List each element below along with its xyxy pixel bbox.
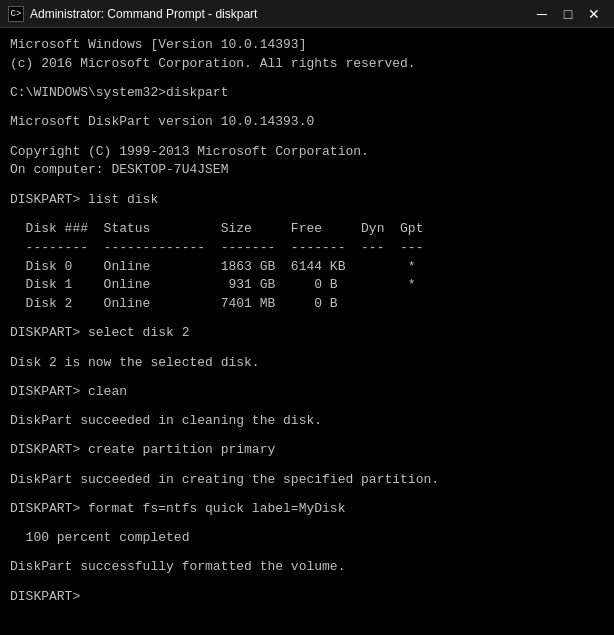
terminal-line (10, 373, 604, 383)
terminal-line: Microsoft Windows [Version 10.0.14393] (10, 36, 604, 55)
terminal-line: DiskPart succeeded in creating the speci… (10, 471, 604, 490)
terminal-line: DiskPart succeeded in cleaning the disk. (10, 412, 604, 431)
terminal-line (10, 460, 604, 470)
terminal-line: Disk 2 is now the selected disk. (10, 354, 604, 373)
terminal-line: DISKPART> (10, 588, 604, 607)
terminal-line: Microsoft DiskPart version 10.0.14393.0 (10, 113, 604, 132)
terminal-line (10, 489, 604, 499)
title-bar-left: C> Administrator: Command Prompt - diskp… (8, 6, 257, 22)
window-title: Administrator: Command Prompt - diskpart (30, 7, 257, 21)
terminal-line: On computer: DESKTOP-7U4JSEM (10, 161, 604, 180)
terminal-line (10, 548, 604, 558)
terminal-line: -------- ------------- ------- ------- -… (10, 239, 604, 258)
terminal-line: DISKPART> format fs=ntfs quick label=MyD… (10, 500, 604, 519)
terminal-line (10, 132, 604, 142)
terminal-line (10, 209, 604, 219)
terminal-line: Copyright (C) 1999-2013 Microsoft Corpor… (10, 143, 604, 162)
terminal-line: DISKPART> list disk (10, 191, 604, 210)
terminal-line: DISKPART> create partition primary (10, 441, 604, 460)
minimize-button[interactable]: ─ (530, 4, 554, 24)
terminal-line (10, 577, 604, 587)
window: C> Administrator: Command Prompt - diskp… (0, 0, 614, 635)
title-bar: C> Administrator: Command Prompt - diskp… (0, 0, 614, 28)
terminal-line (10, 519, 604, 529)
terminal-line: DISKPART> select disk 2 (10, 324, 604, 343)
terminal-line: Disk 2 Online 7401 MB 0 B (10, 295, 604, 314)
terminal-line (10, 74, 604, 84)
window-controls: ─ □ ✕ (530, 4, 606, 24)
close-button[interactable]: ✕ (582, 4, 606, 24)
terminal-line: 100 percent completed (10, 529, 604, 548)
terminal-line: (c) 2016 Microsoft Corporation. All righ… (10, 55, 604, 74)
cmd-icon: C> (8, 6, 24, 22)
terminal-line (10, 343, 604, 353)
terminal-line (10, 431, 604, 441)
terminal-line: Disk 0 Online 1863 GB 6144 KB * (10, 258, 604, 277)
terminal-line (10, 180, 604, 190)
terminal-line: DiskPart successfully formatted the volu… (10, 558, 604, 577)
terminal-line: Disk 1 Online 931 GB 0 B * (10, 276, 604, 295)
terminal-line: DISKPART> clean (10, 383, 604, 402)
maximize-button[interactable]: □ (556, 4, 580, 24)
terminal-line: Disk ### Status Size Free Dyn Gpt (10, 220, 604, 239)
terminal-line (10, 103, 604, 113)
terminal-output[interactable]: Microsoft Windows [Version 10.0.14393](c… (0, 28, 614, 635)
terminal-line (10, 314, 604, 324)
terminal-line: C:\WINDOWS\system32>diskpart (10, 84, 604, 103)
terminal-line (10, 402, 604, 412)
